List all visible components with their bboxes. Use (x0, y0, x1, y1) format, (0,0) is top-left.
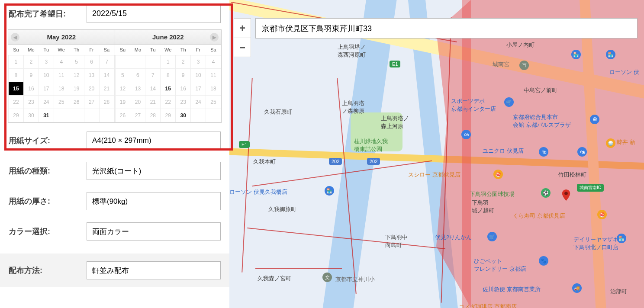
map-poi-label: 城南宮 (493, 61, 509, 68)
calendar-day[interactable]: 8 (9, 69, 24, 82)
calendar-day[interactable]: 19 (115, 96, 130, 109)
calendar-day (145, 55, 161, 69)
calendar-day[interactable]: 14 (145, 82, 161, 96)
method-select[interactable] (87, 261, 221, 279)
calendar-day[interactable]: 9 (176, 69, 191, 82)
calendar-dow: Mo (23, 45, 39, 55)
date-input[interactable] (87, 4, 221, 23)
calendar-day[interactable]: 7 (145, 69, 161, 82)
calendar-day[interactable]: 17 (39, 82, 54, 96)
map-poi-label: 下鳥羽公園球技場 (470, 190, 515, 198)
map-label: 久我石原町 (264, 108, 292, 116)
zoom-in-button[interactable]: + (234, 19, 251, 38)
calendar-day[interactable]: 8 (161, 69, 176, 82)
calendar-day[interactable]: 22 (9, 96, 24, 109)
calendar-day (206, 109, 221, 122)
calendar-day[interactable]: 26 (115, 109, 130, 122)
calendar-dow: We (161, 45, 176, 55)
map-pin-icon (560, 189, 572, 201)
zoom-control: + − (234, 18, 251, 57)
calendar-day[interactable]: 27 (84, 96, 99, 109)
zoom-out-button[interactable]: − (234, 38, 251, 57)
calendar-day[interactable]: 16 (23, 82, 39, 96)
paper-weight-select[interactable] (87, 192, 221, 210)
calendar-day[interactable]: 19 (69, 82, 84, 96)
calendar-day[interactable]: 10 (39, 69, 54, 82)
calendar-day[interactable]: 3 (191, 55, 206, 69)
calendar-day (130, 55, 145, 69)
calendar-day[interactable]: 20 (130, 96, 145, 109)
calendar-day[interactable]: 12 (69, 69, 84, 82)
calendar-dow: Fr (84, 45, 99, 55)
calendar-next-icon[interactable]: ▶ (210, 33, 219, 42)
calendar-day[interactable]: 13 (84, 69, 99, 82)
calendar-day[interactable]: 23 (176, 96, 191, 109)
calendar-day[interactable]: 2 (23, 55, 39, 69)
calendar-day[interactable]: 29 (161, 109, 176, 122)
calendar-day[interactable]: 7 (99, 55, 114, 69)
calendar-day (191, 109, 206, 122)
calendar-day[interactable]: 22 (161, 96, 176, 109)
calendar-day[interactable]: 30 (176, 109, 191, 122)
map-search-input[interactable] (255, 18, 638, 38)
calendar-day[interactable]: 31 (39, 109, 54, 122)
calendar-day[interactable]: 1 (9, 55, 24, 69)
calendar-day[interactable]: 29 (9, 109, 24, 122)
calendar-day[interactable]: 11 (206, 69, 221, 82)
calendar-day[interactable]: 25 (206, 96, 221, 109)
map-poi-label: 京都府総合見本市 会館 京都パルスプラザ (513, 113, 571, 129)
store-icon: 🛒 (504, 97, 514, 107)
calendar-day[interactable]: 13 (130, 82, 145, 96)
calendar-day[interactable]: 12 (115, 82, 130, 96)
calendar-day[interactable]: 4 (54, 55, 69, 69)
calendar-day[interactable]: 17 (191, 82, 206, 96)
calendar-day[interactable]: 6 (130, 69, 145, 82)
calendar-day[interactable]: 5 (69, 55, 84, 69)
calendar-day[interactable]: 14 (99, 69, 114, 82)
calendar-day[interactable]: 21 (145, 96, 161, 109)
store-icon: 🛍 (461, 130, 471, 139)
calendar-day[interactable]: 6 (84, 55, 99, 69)
calendar-day[interactable]: 28 (145, 109, 161, 122)
calendar-day[interactable]: 18 (54, 82, 69, 96)
calendar-day[interactable]: 15 (9, 82, 24, 96)
calendar-day[interactable]: 25 (54, 96, 69, 109)
store-icon: 🏪 (617, 234, 626, 243)
calendar-day[interactable]: 4 (206, 55, 221, 69)
calendar-day[interactable]: 18 (206, 82, 221, 96)
calendar-day[interactable]: 28 (99, 96, 114, 109)
map-label: 中島宮ノ前町 (524, 87, 557, 94)
calendar-day[interactable]: 23 (23, 96, 39, 109)
map-poi-label: デイリーヤマザキ 下鳥羽北ノ口町店 (573, 236, 618, 251)
calendar-day[interactable]: 30 (23, 109, 39, 122)
calendar-dow: Th (176, 45, 191, 55)
calendar-day[interactable]: 5 (115, 69, 130, 82)
map-poi-label: くら寿司 京都伏見店 (513, 212, 565, 220)
calendar-prev-icon[interactable]: ◀ (11, 33, 19, 42)
calendar-day[interactable]: 9 (23, 69, 39, 82)
calendar-dow: Th (69, 45, 84, 55)
calendar-day[interactable]: 27 (130, 109, 145, 122)
map-poi-label: 伏見2りんかん (435, 234, 472, 241)
calendar-day[interactable]: 10 (191, 69, 206, 82)
calendar-day[interactable]: 24 (39, 96, 54, 109)
calendar-day[interactable]: 20 (84, 82, 99, 96)
map-poi-label: スシロー 京都伏見店 (408, 171, 460, 179)
calendar-day[interactable]: 26 (69, 96, 84, 109)
paper-weight-label: 用紙の厚さ: (9, 196, 87, 206)
calendar-day[interactable]: 3 (39, 55, 54, 69)
store-icon: 🏪 (325, 186, 334, 196)
calendar-day[interactable]: 15 (161, 82, 176, 96)
paper-type-select[interactable] (87, 162, 221, 180)
calendar-day[interactable]: 11 (54, 69, 69, 82)
color-select[interactable] (87, 222, 221, 241)
map[interactable]: 上鳥羽塔ノ 森西河原町 上鳥羽塔 ノ森柳原 上鳥羽塔ノ 森上河原 桂川緑地久我 … (229, 0, 644, 308)
paper-size-select[interactable] (87, 132, 221, 150)
calendar-day[interactable]: 1 (161, 55, 176, 69)
calendar-day[interactable]: 24 (191, 96, 206, 109)
map-poi-label: スポーツデポ 京都南インター店 (451, 97, 496, 113)
map-label: 小屋ノ内町 (506, 41, 535, 49)
calendar-day[interactable]: 2 (176, 55, 191, 69)
calendar-day[interactable]: 21 (99, 82, 114, 96)
calendar-day[interactable]: 16 (176, 82, 191, 96)
